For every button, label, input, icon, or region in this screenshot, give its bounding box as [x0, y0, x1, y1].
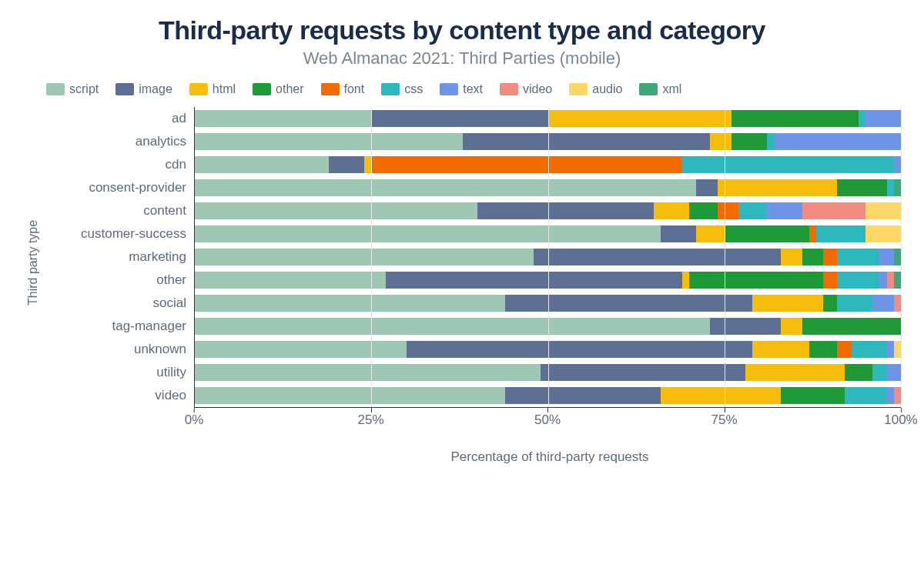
segment-text	[887, 341, 894, 358]
x-tick: 25%	[357, 412, 383, 428]
stacked-bar	[195, 133, 901, 150]
segment-video	[802, 202, 866, 219]
x-tick: 0%	[185, 412, 204, 428]
legend-swatch	[381, 83, 400, 95]
stacked-bar	[195, 295, 901, 312]
segment-script	[195, 272, 386, 289]
grid-line	[901, 107, 902, 407]
segment-image	[329, 156, 364, 173]
stacked-bar	[195, 179, 901, 196]
bar-row-video	[195, 384, 901, 407]
segment-text	[865, 110, 901, 127]
segment-html	[710, 133, 732, 150]
segment-html	[682, 272, 689, 289]
segment-html	[745, 364, 844, 381]
stacked-bar	[195, 341, 901, 358]
segment-image	[463, 133, 710, 150]
stacked-bar	[195, 364, 901, 381]
segment-css	[837, 295, 872, 312]
segment-other	[809, 341, 838, 358]
segment-other	[725, 225, 809, 242]
segment-audio	[894, 341, 901, 358]
legend-label: image	[139, 82, 172, 96]
legend-swatch	[116, 83, 134, 95]
category-label: utility	[40, 365, 194, 380]
segment-image	[371, 110, 547, 127]
segment-html	[781, 249, 802, 265]
segment-other	[802, 249, 824, 265]
legend: scriptimagehtmlotherfontcsstextvideoaudi…	[46, 82, 901, 96]
segment-image	[534, 249, 781, 265]
bar-row-customer-success	[195, 222, 901, 245]
category-label: customer-success	[40, 226, 194, 242]
bar-row-other	[195, 269, 901, 292]
segment-other	[845, 364, 873, 381]
segment-css	[845, 387, 887, 404]
category-label: social	[40, 296, 194, 311]
plot-area: Third party type adanalyticscdnconsent-p…	[23, 107, 901, 431]
segment-video	[887, 272, 894, 289]
segment-image	[505, 387, 661, 404]
segment-html	[654, 202, 689, 219]
legend-item-html: html	[189, 82, 236, 96]
segment-font	[823, 249, 837, 265]
segment-image	[696, 179, 718, 196]
bars-area	[194, 107, 901, 408]
legend-item-script: script	[46, 82, 99, 96]
x-tick: 100%	[884, 412, 917, 428]
segment-html	[752, 295, 823, 312]
legend-label: xml	[662, 82, 681, 96]
segment-image	[541, 364, 745, 381]
legend-item-css: css	[381, 82, 423, 96]
segment-font	[809, 225, 816, 242]
segment-xml	[894, 249, 901, 265]
segment-css	[767, 133, 774, 150]
segment-text	[879, 272, 886, 289]
segment-video	[894, 295, 901, 312]
segment-font	[718, 202, 739, 219]
segment-css	[872, 364, 886, 381]
stacked-bar	[195, 249, 901, 265]
segment-text	[894, 156, 901, 173]
segment-script	[195, 249, 534, 265]
chart-container: Third-party requests by content type and…	[23, 15, 901, 465]
chart-title: Third-party requests by content type and…	[23, 15, 901, 45]
segment-xml	[894, 272, 901, 289]
legend-label: video	[523, 82, 552, 96]
bar-row-unknown	[195, 338, 901, 361]
segment-html	[548, 110, 732, 127]
segment-html	[752, 341, 808, 358]
segment-video	[894, 387, 901, 404]
stacked-bar	[195, 318, 901, 335]
segment-text	[767, 202, 802, 219]
category-label: cdn	[40, 157, 194, 172]
segment-audio	[865, 202, 901, 219]
legend-item-xml: xml	[639, 82, 681, 96]
segment-script	[195, 364, 541, 381]
y-axis-title: Third party type	[23, 101, 40, 425]
segment-image	[505, 295, 752, 312]
stacked-bar	[195, 387, 901, 404]
segment-image	[407, 341, 752, 358]
category-label: tag-manager	[40, 319, 194, 334]
segment-html	[661, 387, 781, 404]
legend-item-video: video	[500, 82, 552, 96]
segment-font	[371, 156, 681, 173]
category-label: unknown	[40, 342, 194, 357]
legend-item-font: font	[321, 82, 365, 96]
x-tick-label: 25%	[357, 412, 383, 427]
category-label: other	[40, 272, 194, 288]
legend-label: script	[69, 82, 99, 96]
legend-label: css	[404, 82, 423, 96]
stacked-bar	[195, 272, 901, 289]
segment-script	[195, 110, 371, 127]
legend-swatch	[500, 83, 518, 95]
legend-swatch	[440, 83, 458, 95]
segment-font	[823, 272, 837, 289]
segment-image	[386, 272, 682, 289]
segment-script	[195, 387, 505, 404]
segment-css	[682, 156, 894, 173]
segment-audio	[865, 225, 901, 242]
segment-other	[732, 110, 859, 127]
segment-other	[732, 133, 767, 150]
